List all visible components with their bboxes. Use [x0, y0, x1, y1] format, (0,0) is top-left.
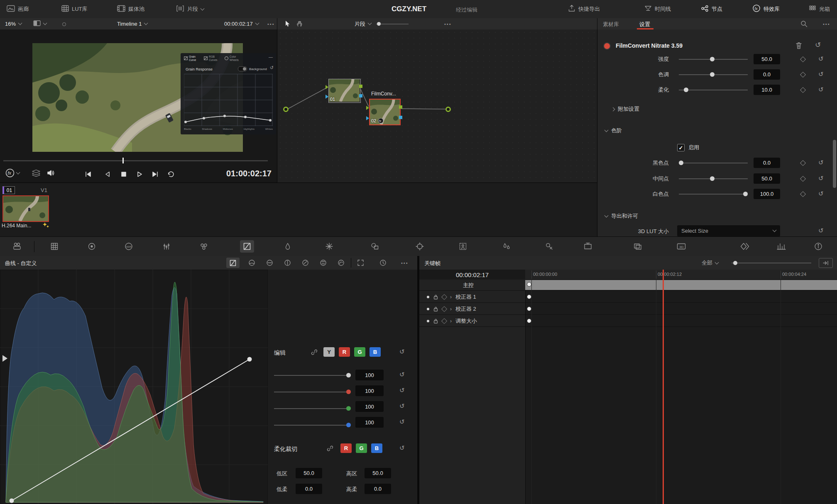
slider-knob[interactable]: [346, 406, 351, 411]
topbar-item-clips[interactable]: 片段: [176, 0, 204, 18]
slider-knob[interactable]: [346, 390, 351, 394]
corrector-node-2-selected[interactable]: 02 fx: [369, 99, 401, 125]
high-soft-value[interactable]: 0.0: [365, 484, 391, 494]
curve-mode-sat-sat[interactable]: [320, 259, 327, 268]
viewer-knob[interactable]: [62, 22, 66, 26]
corrector-node-1[interactable]: 01: [328, 79, 361, 103]
r-gain-value[interactable]: 100: [355, 385, 384, 396]
section-export-license[interactable]: 导出和许可: [605, 212, 638, 220]
overlay-tab-color-wheels[interactable]: Color Wheels: [225, 55, 241, 62]
rgb-output-port[interactable]: [399, 105, 402, 109]
overlay-tab-rgb-curves[interactable]: RGB Curves: [204, 55, 220, 62]
slider-knob[interactable]: [710, 176, 715, 181]
softclip-b-button[interactable]: B: [371, 443, 382, 453]
keyframe-diamond-icon[interactable]: [800, 87, 806, 93]
keyframe-dot[interactable]: [527, 307, 531, 311]
softclip-g-button[interactable]: G: [356, 443, 367, 453]
y-gain-value[interactable]: 100: [355, 370, 384, 380]
track-enable-dot[interactable]: [427, 308, 429, 310]
qualifier-3d-icon[interactable]: [325, 242, 334, 253]
link-channels-icon[interactable]: [326, 445, 334, 454]
key-input-port[interactable]: [326, 95, 328, 99]
reset-icon[interactable]: ↺: [818, 175, 824, 181]
keyframe-dot[interactable]: [527, 295, 531, 299]
reset-icon[interactable]: ↺: [818, 56, 824, 62]
hdr-grade-icon[interactable]: HDR: [124, 242, 134, 253]
keyframe-diamond-icon[interactable]: [800, 56, 806, 62]
channel-b-button[interactable]: B: [370, 347, 381, 357]
viewer-timecode-dropdown[interactable]: 00:00:02:17: [224, 18, 259, 29]
rgb-input-port[interactable]: [326, 85, 328, 89]
topbar-item-timeline[interactable]: 时间线: [644, 0, 671, 18]
blackpoint-slider[interactable]: [679, 163, 748, 163]
power-window-icon[interactable]: [370, 242, 379, 253]
slider-knob[interactable]: [679, 161, 683, 165]
link-channels-icon[interactable]: [311, 348, 318, 358]
node-input-dot[interactable]: [283, 107, 289, 112]
play-button[interactable]: [136, 170, 143, 180]
channel-r-button[interactable]: R: [339, 347, 350, 357]
hand-tool[interactable]: [296, 21, 303, 29]
checkbox[interactable]: ✓: [677, 144, 685, 151]
node-output-dot[interactable]: [445, 107, 451, 112]
3d-palette-icon[interactable]: 3D: [676, 242, 687, 253]
skip-start-button[interactable]: [84, 170, 92, 180]
keyframe-diamond-icon[interactable]: [800, 176, 806, 182]
low-soft-value[interactable]: 0.0: [296, 484, 322, 494]
curve-mode-hue-sat[interactable]: [266, 259, 273, 268]
key-input-port[interactable]: [366, 116, 369, 120]
keyframe-expand-button[interactable]: [819, 258, 833, 268]
lock-icon[interactable]: [433, 318, 438, 324]
reset-icon[interactable]: ↺: [818, 227, 824, 234]
overlay-background-toggle[interactable]: Background: [238, 66, 267, 71]
qualifier-icon[interactable]: [283, 242, 292, 253]
wipe-modes-icon[interactable]: [32, 169, 41, 178]
slider-knob[interactable]: [743, 192, 748, 196]
high-range-value[interactable]: 50.0: [365, 468, 391, 478]
keyframe-playhead[interactable]: [663, 270, 664, 504]
toggle-pill[interactable]: [238, 66, 247, 71]
slider-knob[interactable]: [710, 72, 715, 77]
tab-settings[interactable]: 设置: [639, 21, 650, 28]
strength-slider[interactable]: [679, 59, 748, 60]
viewer-playhead[interactable]: [122, 158, 124, 163]
key-output-port[interactable]: [399, 116, 402, 119]
chevron-right-icon[interactable]: ›: [450, 318, 452, 324]
curve-mode-hue-hue[interactable]: [248, 259, 255, 268]
search-icon[interactable]: [800, 20, 808, 29]
keyframe-diamond-icon[interactable]: [800, 191, 806, 197]
viewer-scrub-bar[interactable]: [3, 160, 268, 161]
scopes-icon[interactable]: [776, 242, 786, 253]
curve-editor-graph[interactable]: [0, 270, 268, 504]
lock-icon[interactable]: [433, 294, 438, 300]
overlay-reset-icon[interactable]: ↺: [270, 66, 274, 70]
grain-response-curve[interactable]: [184, 74, 273, 126]
topbar-item-gallery[interactable]: 画廊: [7, 0, 29, 18]
overlay-minimize-icon[interactable]: —: [269, 55, 273, 59]
channel-y-button[interactable]: Y: [323, 347, 335, 357]
whitepoint-slider[interactable]: [679, 194, 748, 195]
slider-knob[interactable]: [733, 261, 737, 265]
tint-value[interactable]: 0.0: [754, 69, 780, 80]
viewer-options-menu[interactable]: •••: [267, 22, 275, 27]
r-gain-slider[interactable]: [274, 392, 351, 392]
rgb-output-port[interactable]: [359, 85, 362, 88]
plugin-bypass-toggle[interactable]: [603, 42, 611, 50]
pointer-tool[interactable]: [285, 20, 291, 29]
node-zoom-slider[interactable]: [376, 24, 409, 24]
chevron-right-icon[interactable]: ›: [450, 306, 452, 312]
track-enable-dot[interactable]: [427, 320, 429, 322]
blackpoint-value[interactable]: 0.0: [754, 158, 780, 168]
viewer-split-dropdown[interactable]: [33, 18, 46, 29]
panel-scrollbar[interactable]: [833, 140, 836, 188]
lock-icon[interactable]: [433, 306, 438, 312]
curve-point-low[interactable]: [10, 499, 14, 503]
keyer-icon[interactable]: [545, 242, 554, 253]
expand-editor-icon[interactable]: [357, 259, 364, 268]
b-gain-slider[interactable]: [274, 425, 351, 426]
soften-value[interactable]: 10.0: [754, 85, 780, 95]
g-gain-slider[interactable]: [274, 408, 351, 409]
levels-enable-checkbox[interactable]: ✓ 启用: [677, 144, 699, 151]
reset-icon[interactable]: ↺: [399, 348, 405, 355]
reset-icon[interactable]: ↺: [399, 403, 405, 409]
